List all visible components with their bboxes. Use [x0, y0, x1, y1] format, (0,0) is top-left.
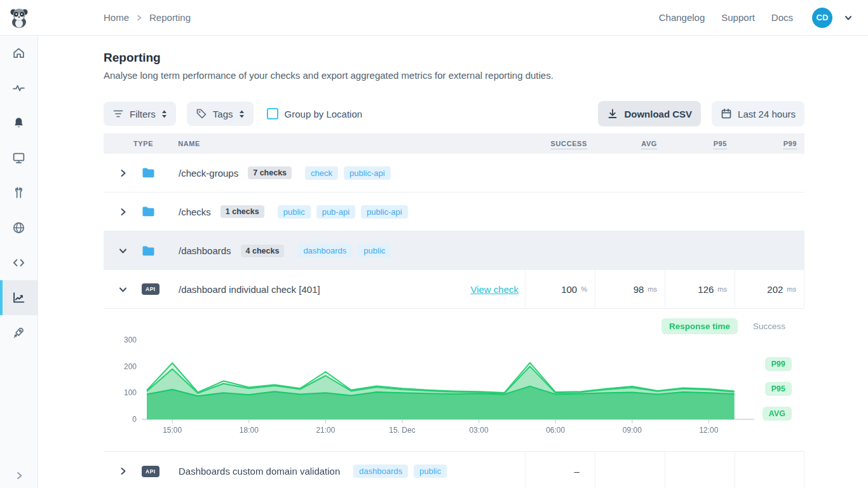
- sidebar-item-activity[interactable]: [0, 71, 37, 105]
- check-row-dashboard-individual[interactable]: API /dashboard individual check [401] Vi…: [104, 270, 804, 309]
- activity-pulse-icon: [12, 81, 25, 95]
- folder-icon: [142, 167, 155, 179]
- date-range-label: Last 24 hours: [738, 109, 796, 119]
- expand-chevron-icon[interactable]: [104, 208, 142, 216]
- home-icon: [12, 46, 25, 60]
- sidebar-item-reporting[interactable]: [0, 280, 37, 315]
- account-menu-chevron-icon[interactable]: [844, 13, 853, 22]
- link-support[interactable]: Support: [721, 12, 755, 23]
- response-time-chart: 010020030015:0018:0021:0015. Dec03:0006:…: [104, 309, 764, 442]
- rocket-icon: [12, 326, 25, 339]
- svg-text:15:00: 15:00: [163, 426, 182, 435]
- p99-cell: [735, 452, 804, 488]
- group-by-location-checkbox[interactable]: [267, 108, 278, 119]
- svg-text:06:00: 06:00: [546, 426, 565, 435]
- tag: check: [305, 166, 338, 180]
- svg-text:18:00: 18:00: [240, 426, 259, 435]
- sidebar-item-home[interactable]: [0, 36, 37, 71]
- legend-p95[interactable]: P95: [765, 382, 792, 396]
- date-range-picker[interactable]: Last 24 hours: [712, 101, 804, 126]
- sidebar-item-snippets[interactable]: [0, 245, 37, 280]
- expand-chevron-icon[interactable]: [104, 169, 142, 177]
- legend-avg[interactable]: AVG: [763, 407, 792, 421]
- sidebar: [0, 36, 38, 488]
- check-count-badge: 7 checks: [248, 166, 292, 179]
- header-success[interactable]: Success: [525, 140, 595, 147]
- svg-text:12:00: 12:00: [699, 426, 718, 435]
- check-count-badge: 4 checks: [241, 245, 285, 257]
- link-docs[interactable]: Docs: [771, 12, 793, 23]
- main-content: Reporting Analyse long term performance …: [38, 36, 868, 488]
- monitor-icon: [12, 151, 25, 165]
- group-row-checks[interactable]: /checks 1 checks public pub-api public-a…: [104, 193, 804, 231]
- download-csv-button[interactable]: Download CSV: [598, 101, 701, 126]
- group-by-location-label: Group by Location: [285, 109, 363, 119]
- avg-cell: [595, 452, 665, 488]
- page-subtitle: Analyse long term performance of your ch…: [104, 70, 804, 81]
- sidebar-item-locations[interactable]: [0, 210, 37, 245]
- breadcrumb-chevron-icon: [135, 14, 143, 22]
- group-name: /checks: [179, 207, 211, 217]
- sort-arrows-icon: [239, 110, 245, 118]
- toolbar: Filters Tags Group by Location Download …: [104, 101, 804, 126]
- p99-cell: 202ms: [735, 270, 804, 308]
- tag: public: [278, 205, 311, 219]
- group-row-check-groups[interactable]: /check-groups 7 checks check public-api: [104, 154, 804, 193]
- success-cell: –: [525, 452, 595, 488]
- breadcrumb: Home Reporting: [104, 12, 191, 23]
- svg-text:09:00: 09:00: [623, 426, 642, 435]
- breadcrumb-home[interactable]: Home: [104, 12, 129, 23]
- globe-icon: [12, 221, 25, 234]
- folder-icon: [142, 206, 155, 217]
- link-changelog[interactable]: Changelog: [659, 12, 705, 23]
- response-time-chart-panel: Response time Success 010020030015:0018:…: [104, 309, 804, 452]
- avatar[interactable]: CD: [812, 8, 832, 28]
- topbar-links: Changelog Support Docs CD: [659, 8, 868, 28]
- download-csv-label: Download CSV: [624, 109, 692, 119]
- sidebar-expand-button[interactable]: [0, 471, 38, 480]
- chevron-right-icon: [15, 471, 24, 480]
- topbar: Home Reporting Changelog Support Docs CD: [0, 0, 868, 36]
- p95-cell: [665, 452, 735, 488]
- code-icon: [12, 256, 25, 269]
- folder-icon: [142, 245, 155, 257]
- header-type: Type: [133, 140, 153, 147]
- logo-raccoon[interactable]: [0, 7, 38, 29]
- table-header: Type Name Success Avg P95 P99: [104, 133, 804, 154]
- breadcrumb-current: Reporting: [149, 12, 191, 23]
- header-p99[interactable]: P99: [735, 140, 804, 147]
- check-name: Dashboards custom domain validation: [179, 466, 340, 477]
- calendar-icon: [721, 108, 732, 119]
- check-name: /dashboard individual check [401]: [179, 284, 320, 295]
- check-row-custom-domain[interactable]: API Dashboards custom domain validation …: [104, 452, 804, 488]
- svg-text:300: 300: [124, 336, 137, 344]
- sidebar-item-launch[interactable]: [0, 315, 37, 350]
- tag: public-api: [344, 166, 391, 180]
- check-count-badge: 1 checks: [220, 205, 264, 218]
- p95-cell: 126ms: [665, 270, 735, 308]
- tag: dashboards: [297, 244, 352, 257]
- header-p95[interactable]: P95: [665, 140, 735, 147]
- chart-legend: P99 P95 AVG: [763, 357, 792, 421]
- tag: public: [414, 464, 447, 478]
- success-cell: 100%: [525, 270, 595, 308]
- svg-text:21:00: 21:00: [316, 426, 335, 435]
- group-row-dashboards[interactable]: /dashboards 4 checks dashboards public: [104, 231, 804, 270]
- header-avg[interactable]: Avg: [595, 140, 665, 147]
- sidebar-item-alerts[interactable]: [0, 105, 37, 140]
- tag: dashboards: [353, 464, 408, 478]
- filters-label: Filters: [130, 109, 156, 119]
- legend-p99[interactable]: P99: [765, 357, 792, 371]
- filters-dropdown[interactable]: Filters: [104, 102, 176, 126]
- group-by-location-toggle[interactable]: Group by Location: [267, 108, 363, 119]
- expand-chevron-icon[interactable]: [104, 467, 142, 475]
- view-check-link[interactable]: View check: [470, 284, 525, 295]
- sidebar-item-monitors[interactable]: [0, 140, 37, 175]
- collapse-chevron-icon[interactable]: [104, 285, 142, 294]
- collapse-chevron-icon[interactable]: [104, 247, 142, 255]
- tags-dropdown[interactable]: Tags: [187, 102, 254, 126]
- page-title: Reporting: [104, 51, 804, 65]
- filter-icon: [112, 108, 124, 119]
- sidebar-item-maintenance[interactable]: [0, 175, 37, 210]
- sort-arrows-icon: [161, 110, 167, 118]
